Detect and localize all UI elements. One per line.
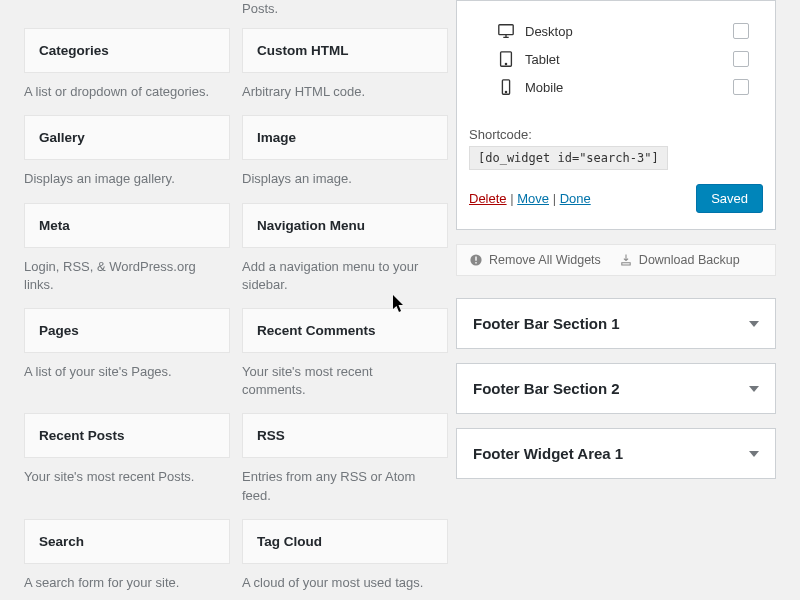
checkbox-desktop[interactable] (733, 23, 749, 39)
widget-desc: A search form for your site. (24, 564, 230, 600)
widget-custom-html[interactable]: Custom HTML (242, 28, 448, 73)
option-label: Tablet (525, 52, 560, 67)
svg-point-4 (505, 91, 506, 92)
widget-desc: A cloud of your most used tags. (242, 564, 448, 600)
widget-desc: Add a navigation menu to your sidebar. (242, 248, 448, 308)
widget-tag-cloud[interactable]: Tag Cloud (242, 519, 448, 564)
widget-categories[interactable]: Categories (24, 28, 230, 73)
desktop-icon (497, 22, 515, 40)
widget-recent-posts[interactable]: Recent Posts (24, 413, 230, 458)
widget-desc: A list of your site's Pages. (24, 353, 230, 395)
widget-desc: Your site's most recent Posts. (24, 458, 230, 500)
svg-rect-6 (475, 257, 476, 261)
mobile-icon (497, 78, 515, 96)
widget-desc: Your site's most recent comments. (242, 353, 448, 413)
download-label: Download Backup (639, 253, 740, 267)
widget-rss[interactable]: RSS (242, 413, 448, 458)
checkbox-mobile[interactable] (733, 79, 749, 95)
remove-all-widgets[interactable]: Remove All Widgets (469, 253, 601, 267)
option-label: Mobile (525, 80, 563, 95)
area-title: Footer Bar Section 2 (473, 380, 620, 397)
done-link[interactable]: Done (560, 191, 591, 206)
widget-meta[interactable]: Meta (24, 203, 230, 248)
warning-icon (469, 253, 483, 267)
checkbox-tablet[interactable] (733, 51, 749, 67)
widget-desc: Entries from any RSS or Atom feed. (242, 458, 448, 518)
widget-navigation-menu[interactable]: Navigation Menu (242, 203, 448, 248)
widget-pages[interactable]: Pages (24, 308, 230, 353)
shortcode-label: Shortcode: (469, 127, 763, 142)
option-desktop: Desktop (497, 17, 749, 45)
widget-settings-panel: Desktop Tablet (456, 0, 776, 230)
chevron-down-icon (749, 386, 759, 392)
widget-image[interactable]: Image (242, 115, 448, 160)
sidebar-footer-actions: Remove All Widgets Download Backup (456, 244, 776, 276)
widget-desc: Login, RSS, & WordPress.org links. (24, 248, 230, 308)
move-link[interactable]: Move (517, 191, 549, 206)
widget-search[interactable]: Search (24, 519, 230, 564)
widget-desc-partial: Posts. (242, 0, 448, 28)
svg-point-2 (505, 63, 506, 64)
svg-rect-7 (475, 262, 476, 263)
widget-gallery[interactable]: Gallery (24, 115, 230, 160)
widget-desc: Displays an image gallery. (24, 160, 230, 202)
option-tablet: Tablet (497, 45, 749, 73)
area-title: Footer Widget Area 1 (473, 445, 623, 462)
widget-desc: A list or dropdown of categories. (24, 73, 230, 115)
saved-button[interactable]: Saved (696, 184, 763, 213)
area-title: Footer Bar Section 1 (473, 315, 620, 332)
remove-all-label: Remove All Widgets (489, 253, 601, 267)
svg-rect-0 (499, 25, 513, 35)
download-backup[interactable]: Download Backup (619, 253, 740, 267)
widget-recent-comments[interactable]: Recent Comments (242, 308, 448, 353)
device-visibility-group: Desktop Tablet (469, 5, 763, 115)
chevron-down-icon (749, 451, 759, 457)
widget-desc: Arbitrary HTML code. (242, 73, 448, 115)
tablet-icon (497, 50, 515, 68)
widget-area-footer-bar-1[interactable]: Footer Bar Section 1 (456, 298, 776, 349)
download-icon (619, 253, 633, 267)
widget-action-links: Delete | Move | Done (469, 191, 591, 206)
shortcode-value[interactable]: [do_widget id="search-3"] (469, 146, 668, 170)
widget-desc: Displays an image. (242, 160, 448, 202)
option-mobile: Mobile (497, 73, 749, 101)
chevron-down-icon (749, 321, 759, 327)
option-label: Desktop (525, 24, 573, 39)
delete-link[interactable]: Delete (469, 191, 507, 206)
widget-area-footer-widget-1[interactable]: Footer Widget Area 1 (456, 428, 776, 479)
widget-area-footer-bar-2[interactable]: Footer Bar Section 2 (456, 363, 776, 414)
